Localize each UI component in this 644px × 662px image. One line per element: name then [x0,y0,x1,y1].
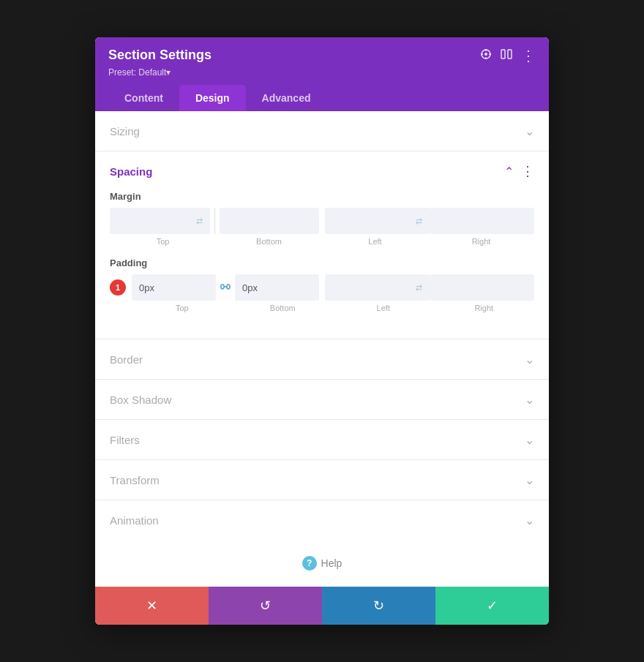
padding-field-row: 1 [110,274,534,301]
more-options-icon[interactable]: ⋮ [521,48,536,63]
spacing-section: Spacing ⌃ ⋮ Margin ⇄ [95,151,549,339]
padding-top-input[interactable] [139,282,209,293]
filters-section-header[interactable]: Filters ⌄ [110,420,534,459]
tabs-bar: Content Design Advanced [108,85,536,111]
filters-section-row: Filters ⌄ [95,420,549,460]
redo-button[interactable]: ↻ [322,587,435,625]
border-chevron-icon: ⌄ [525,353,534,366]
box-shadow-title: Box Shadow [110,394,171,406]
padding-labels: Top Bottom Left Right [110,304,534,312]
svg-rect-8 [221,285,224,289]
help-icon[interactable]: ? [302,556,317,571]
margin-divider [214,208,215,234]
spacing-collapse-icon[interactable]: ⌃ [504,165,514,178]
margin-left-input-wrap: ⇄ [325,208,430,234]
padding-label: Padding [110,257,534,268]
header-top: Section Settings [108,48,536,63]
padding-lr-labels: Left Right [333,304,534,312]
panel-title: Section Settings [108,48,211,63]
tab-content[interactable]: Content [108,85,179,111]
padding-bottom-input-wrap [235,274,319,301]
spacing-menu-icon[interactable]: ⋮ [521,163,534,179]
margin-field-row: ⇄ ⇄ [110,208,534,234]
svg-rect-7 [508,50,512,59]
sizing-section-row: Sizing ⌄ [95,111,549,151]
margin-lr-labels: Left Right [322,237,534,246]
undo-button[interactable]: ↺ [209,587,322,625]
save-button[interactable]: ✓ [435,587,549,625]
border-section-header[interactable]: Border ⌄ [110,339,534,379]
padding-bottom-label: Bottom [233,304,334,312]
transform-chevron-icon: ⌄ [525,473,534,487]
margin-tb-pair: ⇄ [110,208,319,234]
padding-link-icon[interactable] [216,282,235,294]
margin-top-input-wrap: ⇄ [110,208,210,234]
panel-body: Sizing ⌄ Spacing ⌃ ⋮ Margin [95,111,549,587]
margin-top-label: Top [110,237,216,246]
animation-section-header[interactable]: Animation ⌄ [110,500,534,540]
margin-label: Margin [110,191,534,202]
help-row: ? Help [95,540,549,587]
padding-right-input-wrap [430,274,534,301]
transform-title: Transform [110,474,160,486]
panel-header: Section Settings [95,37,549,111]
box-shadow-chevron-icon: ⌄ [525,393,534,407]
padding-right-label: Right [434,304,535,312]
tab-advanced[interactable]: Advanced [246,85,327,111]
padding-tb-labels: Top Bottom [132,304,333,312]
margin-top-link-icon: ⇄ [196,217,203,226]
animation-chevron-icon: ⌄ [525,514,534,527]
padding-left-label: Left [333,304,434,312]
sizing-section-header[interactable]: Sizing ⌄ [110,111,534,151]
header-icons: ⋮ [480,48,536,63]
margin-bottom-input-wrap [220,208,320,234]
spacing-controls: ⌃ ⋮ [504,163,534,179]
cancel-button[interactable]: ✕ [95,587,209,625]
padding-top-input-wrap [132,274,216,301]
help-label[interactable]: Help [321,557,342,569]
target-icon[interactable] [480,48,492,63]
margin-right-input-wrap [430,208,534,234]
margin-top-input[interactable] [117,216,196,227]
margin-bottom-label: Bottom [216,237,322,246]
box-shadow-section-header[interactable]: Box Shadow ⌄ [110,380,534,419]
padding-bottom-input[interactable] [242,282,312,293]
padding-right-input[interactable] [437,282,527,293]
padding-group: Padding 1 [110,257,534,312]
padding-top-label: Top [132,304,233,312]
margin-group: Margin ⇄ [110,191,534,246]
margin-lr-link-icon: ⇄ [416,217,422,226]
transform-section-header[interactable]: Transform ⌄ [110,460,534,500]
margin-lr-pair: ⇄ [325,208,534,234]
padding-tb-group: 1 [110,274,319,301]
animation-title: Animation [110,514,159,527]
panel-footer: ✕ ↺ ↻ ✓ [95,587,549,625]
padding-lr-pair: ⇄ [325,274,534,301]
filters-title: Filters [110,434,140,446]
box-shadow-section-row: Box Shadow ⌄ [95,380,549,420]
padding-tb-pair [132,274,319,301]
svg-rect-6 [501,50,505,59]
padding-left-input[interactable] [332,282,416,293]
filters-chevron-icon: ⌄ [525,433,534,447]
section-settings-panel: Section Settings [95,37,549,625]
margin-bottom-input[interactable] [227,216,312,227]
columns-icon[interactable] [501,48,512,63]
padding-badge: 1 [110,279,126,296]
preset-label[interactable]: Preset: Default▾ [108,67,536,78]
margin-right-label: Right [428,237,534,246]
margin-left-input[interactable] [332,216,416,227]
svg-point-1 [484,53,487,56]
margin-tb-labels: Top Bottom [110,237,322,246]
margin-right-input[interactable] [437,216,527,227]
transform-section-row: Transform ⌄ [95,460,549,500]
spacing-title: Spacing [110,165,152,178]
spacing-section-header: Spacing ⌃ ⋮ [110,151,534,191]
padding-lr-link-icon: ⇄ [416,283,422,293]
animation-section-row: Animation ⌄ [95,500,549,540]
margin-left-label: Left [322,237,428,246]
svg-rect-9 [227,285,230,289]
padding-left-input-wrap: ⇄ [325,274,430,301]
tab-design[interactable]: Design [179,85,246,111]
border-title: Border [110,353,143,366]
